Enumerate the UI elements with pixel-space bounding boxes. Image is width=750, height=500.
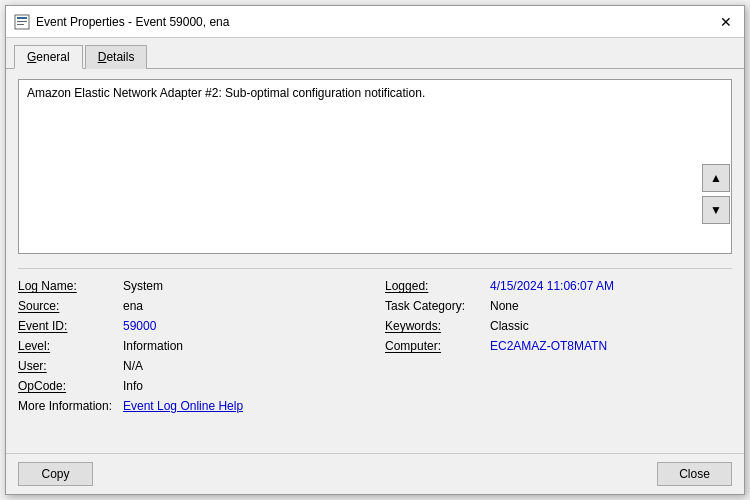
field-computer-label: Computer: xyxy=(385,339,490,353)
tab-general-label: General xyxy=(27,50,70,64)
divider xyxy=(18,268,732,269)
field-taskcategory: Task Category: None xyxy=(385,299,732,313)
field-moreinfo-value[interactable]: Event Log Online Help xyxy=(123,399,243,413)
field-keywords-label: Keywords: xyxy=(385,319,490,333)
field-level-value: Information xyxy=(123,339,183,353)
scroll-down-icon: ▼ xyxy=(710,203,722,217)
close-title-button[interactable]: ✕ xyxy=(716,12,736,32)
scroll-buttons: ▲ ▼ xyxy=(702,164,730,224)
field-user-label: User: xyxy=(18,359,123,373)
field-logname: Log Name: System xyxy=(18,279,365,293)
field-keywords-value: Classic xyxy=(490,319,529,333)
field-eventid-label: Event ID: xyxy=(18,319,123,333)
field-opcode-value: Info xyxy=(123,379,143,393)
field-logname-value: System xyxy=(123,279,163,293)
scroll-down-button[interactable]: ▼ xyxy=(702,196,730,224)
title-bar-left: Event Properties - Event 59000, ena xyxy=(14,14,229,30)
field-logged-label: Logged: xyxy=(385,279,490,293)
scroll-up-icon: ▲ xyxy=(710,171,722,185)
title-bar: Event Properties - Event 59000, ena ✕ xyxy=(6,6,744,38)
tab-details[interactable]: Details xyxy=(85,45,148,69)
svg-rect-1 xyxy=(17,17,27,19)
field-user-value: N/A xyxy=(123,359,143,373)
message-box[interactable]: Amazon Elastic Network Adapter #2: Sub-o… xyxy=(18,79,732,254)
tab-details-label: Details xyxy=(98,50,135,64)
bottom-bar: Copy Close xyxy=(6,453,744,494)
field-moreinfo-label: More Information: xyxy=(18,399,123,413)
content-area: Amazon Elastic Network Adapter #2: Sub-o… xyxy=(6,69,744,453)
field-keywords: Keywords: Classic xyxy=(385,319,732,333)
field-computer: Computer: EC2AMAZ-OT8MATN xyxy=(385,339,732,353)
fields-left: Log Name: System Source: ena Event ID: 5… xyxy=(18,279,365,419)
svg-rect-2 xyxy=(17,21,27,22)
field-logged: Logged: 4/15/2024 11:06:07 AM xyxy=(385,279,732,293)
field-source-label: Source: xyxy=(18,299,123,313)
fields-container: Log Name: System Source: ena Event ID: 5… xyxy=(18,279,732,419)
field-taskcategory-label: Task Category: xyxy=(385,299,490,313)
field-level: Level: Information xyxy=(18,339,365,353)
field-level-label: Level: xyxy=(18,339,123,353)
field-eventid-value: 59000 xyxy=(123,319,156,333)
tab-general[interactable]: General xyxy=(14,45,83,69)
close-button[interactable]: Close xyxy=(657,462,732,486)
tabs-bar: General Details xyxy=(6,38,744,69)
field-computer-value: EC2AMAZ-OT8MATN xyxy=(490,339,607,353)
event-properties-dialog: Event Properties - Event 59000, ena ✕ Ge… xyxy=(5,5,745,495)
field-user: User: N/A xyxy=(18,359,365,373)
field-taskcategory-value: None xyxy=(490,299,519,313)
svg-rect-3 xyxy=(17,24,24,25)
copy-button[interactable]: Copy xyxy=(18,462,93,486)
field-opcode: OpCode: Info xyxy=(18,379,365,393)
scroll-up-button[interactable]: ▲ xyxy=(702,164,730,192)
field-source: Source: ena xyxy=(18,299,365,313)
field-moreinfo: More Information: Event Log Online Help xyxy=(18,399,365,413)
dialog-icon xyxy=(14,14,30,30)
dialog-body: Amazon Elastic Network Adapter #2: Sub-o… xyxy=(6,69,744,453)
field-logged-value: 4/15/2024 11:06:07 AM xyxy=(490,279,614,293)
fields-right: Logged: 4/15/2024 11:06:07 AM Task Categ… xyxy=(385,279,732,419)
dialog-title: Event Properties - Event 59000, ena xyxy=(36,15,229,29)
field-source-value: ena xyxy=(123,299,143,313)
field-logname-label: Log Name: xyxy=(18,279,123,293)
field-opcode-label: OpCode: xyxy=(18,379,123,393)
field-eventid: Event ID: 59000 xyxy=(18,319,365,333)
